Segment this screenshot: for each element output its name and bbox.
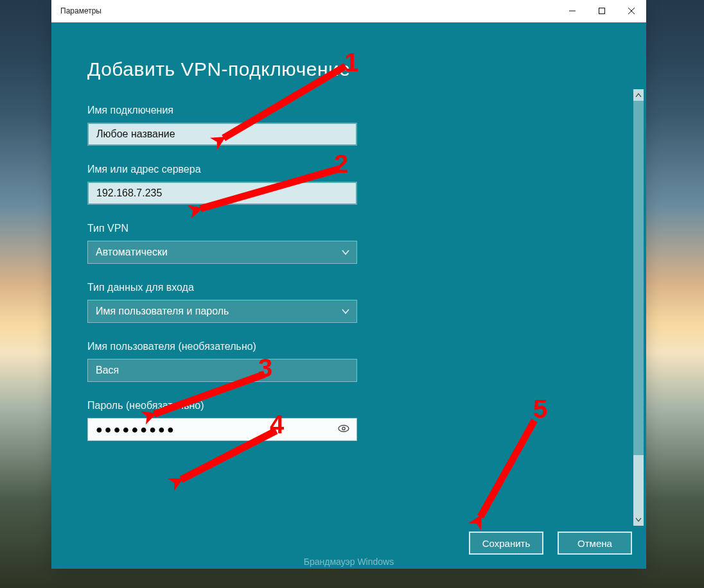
field-username: Имя пользователя (необязательно) Вася	[87, 341, 588, 382]
svg-point-5	[342, 427, 345, 429]
chevron-down-icon	[341, 246, 350, 258]
svg-rect-1	[599, 8, 605, 14]
vpn-panel: Добавить VPN-подключение Имя подключения…	[51, 22, 646, 569]
input-connection-name-value: Любое название	[96, 128, 175, 140]
input-username[interactable]: Вася	[87, 359, 357, 382]
cancel-button-label: Отмена	[577, 538, 612, 549]
minimize-button[interactable]	[558, 0, 587, 22]
input-server-value: 192.168.7.235	[96, 187, 162, 199]
field-signin-type: Тип данных для входа Имя пользователя и …	[87, 282, 588, 323]
titlebar: Параметры	[51, 0, 646, 22]
footer-hint-text: Брандмауэр Windows	[304, 557, 394, 567]
input-server[interactable]: 192.168.7.235	[87, 182, 357, 205]
field-vpn-type: Тип VPN Автоматически	[87, 223, 588, 264]
maximize-button[interactable]	[587, 0, 617, 22]
select-signin-type-value: Имя пользователя и пароль	[96, 306, 229, 317]
input-connection-name[interactable]: Любое название	[87, 123, 357, 146]
form-content: Добавить VPN-подключение Имя подключения…	[87, 58, 588, 459]
save-button-label: Сохранить	[482, 538, 531, 549]
field-password: Пароль (необязательно) ●●●●●●●●●	[87, 400, 588, 441]
close-button[interactable]	[617, 0, 646, 22]
scrollbar-track[interactable]	[633, 101, 644, 514]
label-username: Имя пользователя (необязательно)	[87, 341, 588, 352]
input-username-value: Вася	[96, 365, 119, 376]
footer-hint: Брандмауэр Windows	[51, 554, 646, 569]
window-title: Параметры	[51, 6, 101, 15]
label-password: Пароль (необязательно)	[87, 400, 588, 411]
window-controls	[558, 0, 646, 22]
scroll-up-button[interactable]	[633, 89, 644, 101]
svg-point-4	[339, 426, 349, 432]
input-password[interactable]: ●●●●●●●●●	[87, 418, 357, 441]
select-signin-type[interactable]: Имя пользователя и пароль	[87, 300, 357, 323]
input-password-value: ●●●●●●●●●	[96, 423, 176, 437]
page-title: Добавить VPN-подключение	[87, 58, 588, 80]
scroll-down-button[interactable]	[633, 514, 644, 526]
scrollbar-thumb[interactable]	[633, 101, 644, 455]
save-button[interactable]: Сохранить	[469, 532, 543, 555]
label-vpn-type: Тип VPN	[87, 223, 588, 234]
chevron-down-icon	[341, 306, 350, 317]
label-server: Имя или адрес сервера	[87, 164, 588, 175]
select-vpn-type-value: Автоматически	[96, 246, 168, 258]
select-vpn-type[interactable]: Автоматически	[87, 241, 357, 264]
cancel-button[interactable]: Отмена	[558, 532, 632, 555]
field-server: Имя или адрес сервера 192.168.7.235	[87, 164, 588, 205]
field-connection-name: Имя подключения Любое название	[87, 105, 588, 146]
label-signin-type: Тип данных для входа	[87, 282, 588, 293]
button-row: Сохранить Отмена	[469, 532, 632, 555]
show-password-icon[interactable]	[337, 423, 350, 437]
label-connection-name: Имя подключения	[87, 105, 588, 116]
settings-window: Параметры Добавить VPN-подключение Имя п…	[51, 0, 646, 569]
